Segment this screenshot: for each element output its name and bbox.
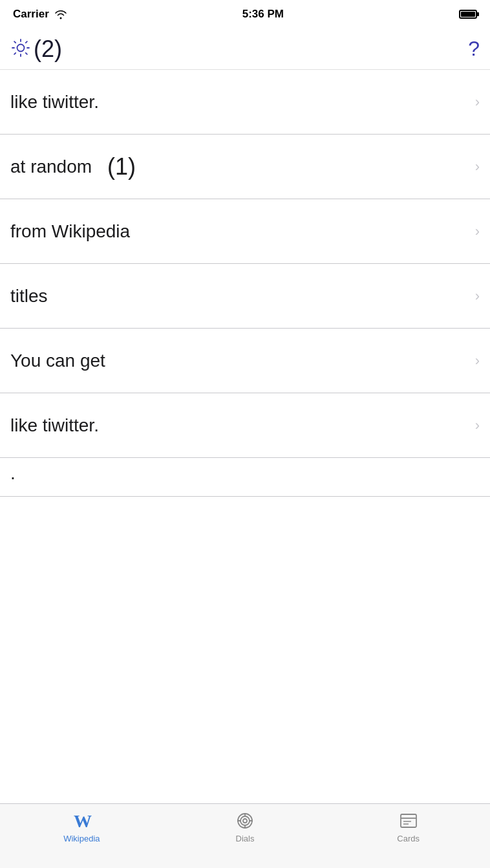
list-item[interactable]: like tiwitter. ›: [0, 70, 490, 135]
gear-icon[interactable]: [10, 38, 31, 61]
list-item-content: like tiwitter.: [10, 92, 470, 113]
list-item-partial[interactable]: ·: [0, 458, 490, 497]
list-item[interactable]: at random (1) ›: [0, 135, 490, 199]
tab-bar: W Wikipedia Dials: [0, 803, 490, 868]
list-item-text: titles: [10, 286, 48, 307]
tab-wikipedia[interactable]: W Wikipedia: [0, 810, 164, 843]
list-item-content: at random (1): [10, 153, 470, 180]
nav-bar: (2) ?: [0, 28, 490, 70]
chevron-right-icon: ›: [475, 223, 480, 240]
svg-text:W: W: [74, 811, 92, 831]
chevron-right-icon: ›: [475, 288, 480, 305]
nav-title: (2): [34, 36, 62, 63]
list-item-content: You can get: [10, 351, 470, 371]
tab-dials-label: Dials: [236, 834, 255, 843]
tab-wikipedia-label: Wikipedia: [63, 834, 100, 843]
svg-point-2: [240, 816, 250, 825]
cards-icon: [398, 810, 419, 831]
help-button[interactable]: ?: [468, 37, 480, 61]
list-item-text: from Wikipedia: [10, 221, 130, 242]
list-item-content: ·: [10, 467, 480, 488]
list-item[interactable]: titles ›: [0, 264, 490, 329]
chevron-right-icon: ›: [475, 417, 480, 434]
status-carrier: Carrier: [13, 8, 67, 21]
list-item-content: from Wikipedia: [10, 221, 470, 242]
list-item-text: at random: [10, 157, 92, 177]
chevron-right-icon: ›: [475, 158, 480, 175]
list-item[interactable]: You can get ›: [0, 329, 490, 393]
list-item[interactable]: from Wikipedia ›: [0, 199, 490, 264]
chevron-right-icon: ›: [475, 94, 480, 111]
list-item-text: like tiwitter.: [10, 415, 99, 436]
status-time: 5:36 PM: [242, 8, 284, 21]
main-content: like tiwitter. › at random (1) › from Wi…: [0, 70, 490, 803]
wikipedia-icon: W: [71, 810, 92, 831]
dials-icon: [235, 810, 255, 831]
list-item-content: like tiwitter.: [10, 415, 470, 436]
status-battery-container: [459, 10, 477, 19]
svg-rect-8: [401, 814, 416, 827]
list-item-content: titles: [10, 286, 470, 307]
wifi-icon: [54, 9, 67, 19]
chevron-right-icon: ›: [475, 353, 480, 369]
list-item-text: ·: [10, 467, 16, 488]
tab-cards[interactable]: Cards: [326, 810, 490, 843]
list-item-badge: (1): [107, 153, 136, 180]
list-item-text: You can get: [10, 351, 105, 371]
list-item[interactable]: like tiwitter. ›: [0, 393, 490, 458]
svg-point-3: [243, 819, 247, 823]
list-item-text: like tiwitter.: [10, 92, 99, 113]
tab-dials[interactable]: Dials: [164, 810, 327, 843]
status-bar: Carrier 5:36 PM: [0, 0, 490, 28]
nav-left: (2): [10, 36, 62, 63]
list-container: like tiwitter. › at random (1) › from Wi…: [0, 70, 490, 497]
tab-cards-label: Cards: [397, 834, 420, 843]
battery-icon: [459, 10, 477, 19]
